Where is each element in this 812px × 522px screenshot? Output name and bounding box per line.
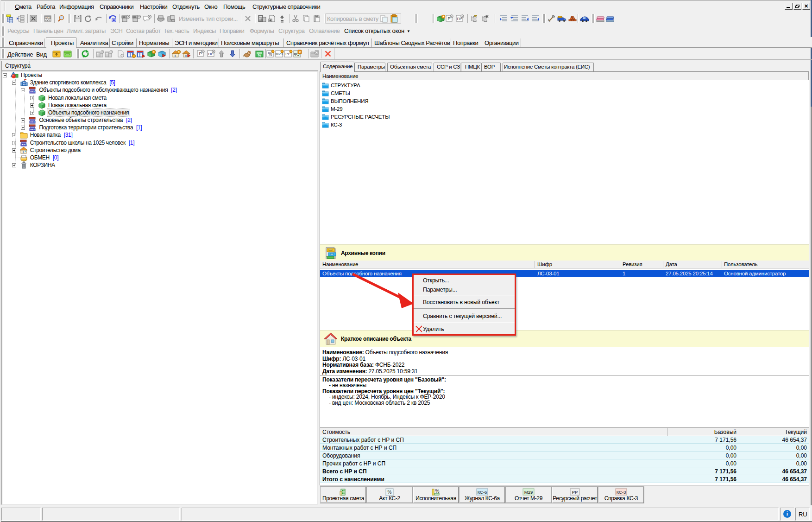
svg-text:%: % <box>388 490 392 495</box>
svg-text:М29: М29 <box>524 490 533 495</box>
svg-text:P: P <box>448 16 451 21</box>
svg-text:КС-6: КС-6 <box>478 490 487 495</box>
svg-text:%: % <box>435 489 440 494</box>
svg-text:PDF: PDF <box>45 16 50 19</box>
svg-text:РР: РР <box>285 52 290 56</box>
svg-text:КС-3: КС-3 <box>617 490 626 495</box>
svg-text:РР: РР <box>572 490 578 495</box>
svg-text:P: P <box>199 51 202 56</box>
svg-text:✱: ✱ <box>113 19 115 22</box>
svg-text:%: % <box>258 53 261 57</box>
